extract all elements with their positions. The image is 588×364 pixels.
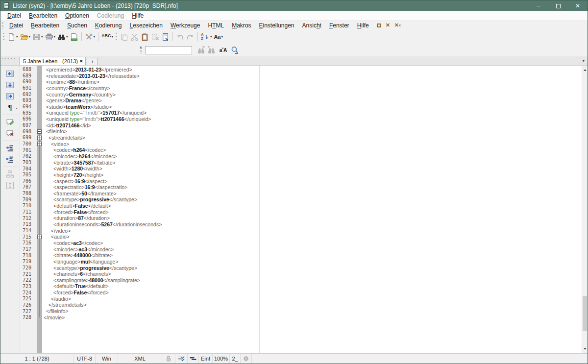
code-line-694[interactable]: <studio>teamWorx</studio>: [42, 104, 582, 110]
indent-out-button[interactable]: [4, 154, 17, 165]
close-child-window-icon[interactable]: ✕: [386, 22, 390, 28]
code-line-696[interactable]: <uniqueid type="Imdb">tt2071466</uniquei…: [42, 116, 582, 122]
tools-button[interactable]: ▾: [84, 31, 97, 43]
menu-item-datei[interactable]: Datei: [3, 12, 25, 20]
export-page-button[interactable]: [69, 31, 79, 43]
menu-item-makros[interactable]: Makros: [228, 22, 255, 29]
status-insert-mode[interactable]: Einf: [199, 354, 213, 364]
restore-child-window-icon[interactable]: [377, 24, 381, 27]
close-all-windows-icon[interactable]: ✕x: [394, 22, 401, 28]
code-line-723[interactable]: <default>True</default>: [42, 283, 582, 290]
dropdown-arrow-icon[interactable]: ▾: [66, 35, 68, 39]
close-search-icon[interactable]: ✕: [139, 46, 143, 50]
open-file-button[interactable]: ▾: [19, 31, 32, 43]
delete-button[interactable]: [150, 31, 160, 43]
indent-in-button[interactable]: [4, 143, 17, 154]
code-editor-area[interactable]: <premiered>2013-01-23</premiered><releas…: [42, 66, 582, 353]
dropdown-arrow-icon[interactable]: ▾: [112, 35, 114, 39]
code-line-689[interactable]: <releasedate>2013-01-23</releasedate>: [42, 73, 582, 79]
status-lexer[interactable]: XML: [118, 354, 162, 364]
toolbar-grip[interactable]: [2, 22, 3, 29]
search-magnifier-button[interactable]: [230, 44, 240, 56]
code-line-720[interactable]: <scantype>progressive</scantype>: [42, 265, 582, 271]
tree-structure-button[interactable]: [4, 169, 17, 180]
code-line-697[interactable]: <id>tt2071466</id>: [42, 122, 582, 129]
toolbar-grip[interactable]: [3, 33, 4, 40]
paste-button[interactable]: [140, 31, 150, 43]
vertical-scrollbar[interactable]: [582, 66, 588, 353]
code-line-711[interactable]: <forced>False</forced>: [42, 209, 582, 216]
menu-item-einstellungen[interactable]: Einstellungen: [255, 22, 298, 29]
undo-button[interactable]: [175, 31, 185, 43]
letter-case-button[interactable]: Aa▾: [213, 31, 224, 43]
code-line-706[interactable]: <aspect>16:9</aspect>: [42, 178, 582, 185]
comment-remove-button[interactable]: [4, 128, 17, 139]
code-line-703[interactable]: <bitrate>3457587</bitrate>: [42, 160, 582, 166]
code-line-705[interactable]: <height>720</height>: [42, 172, 582, 178]
copy-button[interactable]: [119, 31, 129, 43]
save-file-button[interactable]: ▾: [31, 31, 44, 43]
code-line-716[interactable]: <codec>ac3</codec>: [42, 240, 582, 246]
menu-item-hilfe[interactable]: Hilfe: [128, 12, 147, 20]
panel-right-button[interactable]: [4, 91, 17, 102]
scrollbar-thumb[interactable]: [583, 296, 587, 331]
scroll-up-arrow[interactable]: [582, 67, 588, 73]
code-line-701[interactable]: <codec>h264</codec>: [42, 147, 582, 153]
code-line-712[interactable]: <duration>87</duration>: [42, 215, 582, 221]
new-tab-button[interactable]: +: [87, 58, 98, 65]
dropdown-arrow-icon[interactable]: ▾: [41, 35, 43, 39]
dropdown-arrow-icon[interactable]: ▾: [29, 35, 31, 39]
code-line-725[interactable]: </audio>: [42, 296, 582, 302]
code-line-698[interactable]: <fileinfo>: [42, 128, 582, 135]
select-all-button[interactable]: [160, 31, 171, 43]
pilcrow-button[interactable]: ¶▾: [4, 102, 17, 113]
menu-item-hilfe[interactable]: Hilfe: [353, 22, 373, 29]
code-line-690[interactable]: <runtime>88</runtime>: [42, 79, 582, 85]
menu-item-lesezeichen[interactable]: Lesezeichen: [126, 22, 167, 29]
status-tab-size[interactable]: 2_: [230, 354, 241, 364]
code-line-719[interactable]: <language>mul</language>: [42, 259, 582, 265]
scroll-down-arrow[interactable]: [582, 345, 588, 352]
code-line-714[interactable]: </video>: [42, 228, 582, 234]
redo-button[interactable]: [185, 31, 196, 43]
dropdown-arrow-icon[interactable]: ▾: [16, 35, 18, 39]
code-line-695[interactable]: <uniqueid type="Tmdb">157017</uniqueid>: [42, 110, 582, 116]
toolbar-grip[interactable]: [116, 33, 117, 40]
search-input[interactable]: [145, 46, 192, 54]
code-line-699[interactable]: <streamdetails>: [42, 135, 582, 141]
menu-item-bearbeiten[interactable]: Bearbeiten: [25, 12, 61, 20]
new-file-button[interactable]: ▾: [6, 31, 19, 43]
case-sensitive-toggle[interactable]: a*A: [220, 47, 227, 53]
menu-item-ansicht[interactable]: Ansicht: [298, 22, 325, 29]
code-line-717[interactable]: <micodec>ac3</micodec>: [42, 246, 582, 253]
dropdown-arrow-icon[interactable]: ▾: [54, 35, 56, 39]
code-line-708[interactable]: <framerate>50</framerate>: [42, 191, 582, 197]
code-line-715[interactable]: <audio>: [42, 234, 582, 240]
code-line-704[interactable]: <width>1280</width>: [42, 166, 582, 172]
close-button[interactable]: ✕: [568, 0, 588, 11]
menu-item-suchen[interactable]: Suchen: [63, 22, 91, 29]
tab-list-dropdown-icon[interactable]: ▾: [582, 58, 585, 63]
code-line-713[interactable]: <durationinseconds>5267</durationinsecon…: [42, 221, 582, 228]
maximize-button[interactable]: [548, 0, 568, 11]
sort-az-button[interactable]: AZ▾: [200, 31, 213, 43]
find-next-button[interactable]: [196, 44, 206, 56]
status-line-endings[interactable]: Win: [96, 354, 118, 364]
status-encoding[interactable]: UTF-8: [74, 354, 96, 364]
code-line-722[interactable]: <samplingrate>48000</samplingrate>: [42, 277, 582, 284]
code-line-728[interactable]: </movie>: [42, 315, 582, 321]
spellcheck-button[interactable]: ABC▾: [100, 31, 114, 43]
menu-item-bearbeiten[interactable]: Bearbeiten: [27, 22, 63, 29]
status-macro-record-icon[interactable]: [241, 354, 252, 364]
line-spacing-button[interactable]: [4, 180, 17, 191]
menu-item-kodierung[interactable]: Kodierung: [91, 22, 126, 29]
status-changes-saved-icon[interactable]: [175, 354, 188, 364]
code-line-693[interactable]: <genre>Drama</genre>: [42, 97, 582, 104]
print-button[interactable]: ▾: [44, 31, 57, 43]
dropdown-arrow-icon[interactable]: ▾: [16, 106, 17, 110]
status-readonly-lock-icon[interactable]: [162, 354, 175, 364]
code-line-688[interactable]: <premiered>2013-01-23</premiered>: [42, 67, 582, 73]
tab-active[interactable]: 5 Jahre Leben - (2013) ✕: [19, 57, 86, 65]
tab-close-icon[interactable]: ✕: [79, 59, 83, 64]
code-line-691[interactable]: <country>France</country>: [42, 85, 582, 92]
